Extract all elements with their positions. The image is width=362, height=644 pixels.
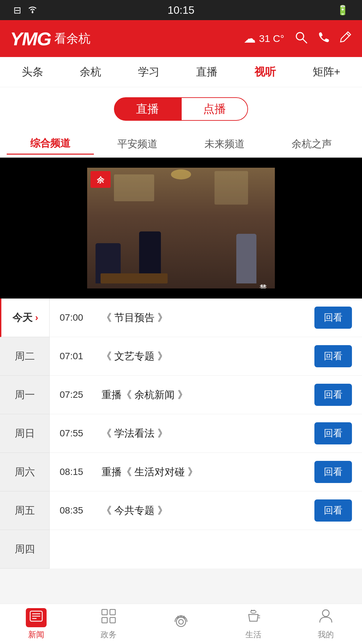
nav-tab-yuhang[interactable]: 余杭	[73, 61, 108, 83]
replay-btn-3[interactable]: 回看	[314, 422, 352, 444]
replay-btn-2[interactable]: 回看	[314, 384, 352, 406]
figure-3	[236, 234, 256, 283]
day-friday[interactable]: 周五	[0, 491, 49, 530]
program-info-5: 08:35 《 今共专题 》	[60, 504, 308, 518]
header-right: ☁ 31 C°	[244, 31, 352, 47]
channel-logo: 余	[90, 171, 111, 188]
search-icon[interactable]	[294, 31, 308, 47]
program-time-3: 07:55	[60, 428, 97, 439]
bottom-nav-zhengwu[interactable]: 政务	[72, 608, 145, 640]
program-item-5: 08:35 《 今共专题 》 回看	[50, 491, 362, 530]
video-content	[87, 168, 275, 288]
day-today[interactable]: 今天 ›	[0, 299, 49, 337]
bottom-nav-mine[interactable]: 我的	[290, 608, 362, 640]
svg-point-0	[32, 11, 34, 13]
logo-text: 看余杭	[54, 31, 90, 47]
day-monday[interactable]: 周一	[0, 376, 49, 414]
nav-tabs: 头条 余杭 学习 直播 视听 矩阵+	[0, 57, 362, 87]
replay-btn-5[interactable]: 回看	[314, 499, 352, 522]
status-right: 🔋	[337, 5, 349, 16]
program-time-1: 07:01	[60, 351, 97, 362]
svg-rect-11	[110, 609, 115, 615]
sim-icon: ⊟	[13, 5, 21, 16]
vod-toggle-btn[interactable]: 点播	[181, 97, 248, 121]
channel-tab-pingan[interactable]: 平安频道	[94, 134, 181, 154]
video-frame: 余 昙花梦	[87, 168, 275, 288]
program-info-2: 07:25 重播《 余杭新闻 》	[60, 388, 308, 402]
svg-point-22	[322, 610, 329, 616]
program-time-2: 07:25	[60, 389, 97, 400]
program-item-2: 07:25 重播《 余杭新闻 》 回看	[50, 376, 362, 414]
svg-line-2	[303, 39, 307, 43]
news-icon	[26, 608, 47, 627]
program-time-5: 08:35	[60, 505, 97, 516]
bottom-nav-life-label: 生活	[245, 629, 261, 640]
program-title-1: 《 文艺专题 》	[102, 350, 308, 363]
replay-btn-0[interactable]: 回看	[314, 307, 352, 329]
replay-btn-4[interactable]: 回看	[314, 461, 352, 483]
bottom-nav-camera[interactable]	[145, 614, 217, 635]
program-info-4: 08:15 重播《 生活对对碰 》	[60, 465, 308, 479]
program-info-0: 07:00 《 节目预告 》	[60, 311, 308, 325]
channel-tabs: 综合频道 平安频道 未来频道 余杭之声	[0, 131, 362, 158]
program-title-3: 《 学法看法 》	[102, 427, 308, 440]
program-item-4: 08:15 重播《 生活对对碰 》 回看	[50, 453, 362, 491]
chandelier	[171, 169, 191, 179]
bottom-nav-news-label: 新闻	[28, 629, 44, 640]
logo: YMG 看余杭	[10, 28, 90, 50]
coffee-icon	[246, 608, 261, 627]
channel-tab-zhisheng[interactable]: 余杭之声	[268, 134, 355, 154]
nav-tab-toutiao[interactable]: 头条	[15, 61, 50, 83]
program-info-1: 07:01 《 文艺专题 》	[60, 350, 308, 363]
replay-btn-1[interactable]: 回看	[314, 345, 352, 367]
bottom-nav-life[interactable]: 生活	[217, 608, 290, 640]
status-time: 10:15	[168, 4, 194, 16]
room-decor2	[215, 171, 248, 205]
svg-rect-12	[102, 618, 107, 623]
room-decor	[114, 174, 154, 201]
day-saturday[interactable]: 周六	[0, 453, 49, 491]
nav-tab-juzhen[interactable]: 矩阵+	[306, 61, 347, 83]
program-item-0: 07:00 《 节目预告 》 回看	[50, 299, 362, 337]
program-title-5: 《 今共专题 》	[102, 504, 308, 518]
day-sunday[interactable]: 周日	[0, 414, 49, 453]
app-header: YMG 看余杭 ☁ 31 C°	[0, 20, 362, 57]
program-info-3: 07:55 《 学法看法 》	[60, 427, 308, 440]
programs-content: 07:00 《 节目预告 》 回看 07:01 《 文艺专题 》 回看 07:2…	[50, 299, 362, 569]
header-icons	[294, 31, 352, 47]
program-title-0: 《 节目预告 》	[102, 311, 308, 325]
nav-tab-shiting[interactable]: 视听	[248, 61, 283, 83]
program-list: 今天 › 周二 周一 周日 周六 周五 周四 07:00 《 节目预告 》 回看	[0, 299, 362, 569]
phone-icon[interactable]	[317, 31, 330, 47]
day-tuesday[interactable]: 周二	[0, 337, 49, 376]
bottom-nav: 新闻 政务	[0, 604, 362, 644]
bottom-spacer	[0, 569, 362, 609]
temperature: 31 C°	[259, 33, 284, 44]
day-arrow: ›	[35, 312, 38, 323]
grid-icon	[101, 608, 116, 627]
day-thursday[interactable]: 周四	[0, 530, 49, 569]
program-time-4: 08:15	[60, 467, 97, 477]
wifi-icon	[27, 4, 38, 16]
svg-line-3	[347, 33, 349, 36]
nav-tab-xuexi[interactable]: 学习	[131, 61, 166, 83]
day-sidebar: 今天 › 周二 周一 周日 周六 周五 周四	[0, 299, 50, 569]
status-left: ⊟	[13, 4, 38, 16]
bottom-nav-news[interactable]: 新闻	[0, 608, 72, 640]
nav-tab-zhibo[interactable]: 直播	[189, 61, 224, 83]
channel-tab-weilai[interactable]: 未来频道	[181, 134, 268, 154]
video-player[interactable]: 余 昙花梦	[0, 158, 362, 299]
svg-point-15	[179, 620, 183, 624]
program-title-4: 重播《 生活对对碰 》	[102, 465, 308, 479]
channel-tab-zonghe[interactable]: 综合频道	[7, 133, 94, 155]
camera-icon	[172, 614, 190, 633]
bottom-nav-zhengwu-label: 政务	[101, 629, 117, 640]
status-bar: ⊟ 10:15 🔋	[0, 0, 362, 20]
svg-point-14	[176, 617, 186, 627]
edit-icon[interactable]	[339, 31, 352, 47]
program-time-0: 07:00	[60, 312, 97, 323]
battery-icon: 🔋	[337, 5, 349, 16]
cloud-icon: ☁	[244, 32, 256, 46]
live-toggle-btn[interactable]: 直播	[114, 97, 181, 121]
svg-text:余: 余	[97, 176, 105, 184]
